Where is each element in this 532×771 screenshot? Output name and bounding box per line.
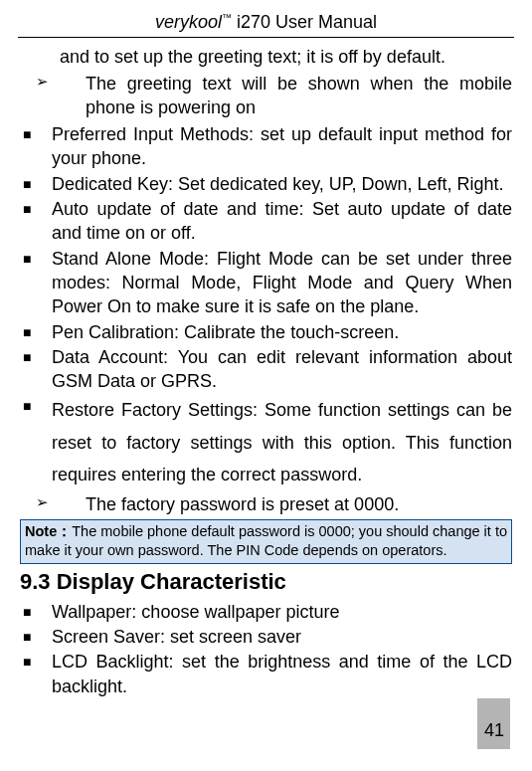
arrow-icon <box>36 492 86 516</box>
note-text: The mobile phone default password is 000… <box>25 523 507 559</box>
list-text: Restore Factory Settings: Some function … <box>52 394 512 490</box>
page-header: verykool™ i270 User Manual <box>18 10 514 38</box>
square-bullet-icon <box>20 394 52 490</box>
square-bullet-icon <box>20 247 52 319</box>
arrow-item: The greeting text will be shown when the… <box>20 72 512 120</box>
list-item: Stand Alone Mode: Flight Mode can be set… <box>20 247 512 319</box>
square-bullet-icon <box>20 625 52 649</box>
list-text: Auto update of date and time: Set auto u… <box>52 197 512 246</box>
list-item: Screen Saver: set screen saver <box>20 625 512 649</box>
list-item: Data Account: You can edit relevant info… <box>20 345 512 394</box>
square-bullet-icon <box>20 600 52 624</box>
list-text: Screen Saver: set screen saver <box>52 625 512 649</box>
list-text: LCD Backlight: set the brightness and ti… <box>52 650 512 698</box>
list-text: Pen Calibration: Calibrate the touch-scr… <box>52 320 512 344</box>
section-title: 9.3 Display Characteristic <box>20 567 512 597</box>
arrow-text: The factory password is preset at 0000. <box>86 492 512 516</box>
page-content: and to set up the greeting text; it is o… <box>18 45 514 698</box>
list-item: Wallpaper: choose wallpaper picture <box>20 600 512 624</box>
arrow-text: The greeting text will be shown when the… <box>86 72 512 120</box>
square-bullet-icon <box>20 172 52 196</box>
header-tm: ™ <box>222 12 232 23</box>
square-bullet-icon <box>20 345 52 394</box>
header-rest: i270 User Manual <box>232 12 377 32</box>
list-text: Data Account: You can edit relevant info… <box>52 345 512 394</box>
square-bullet-icon <box>20 650 52 698</box>
arrow-item: The factory password is preset at 0000. <box>20 492 512 516</box>
list-item: Pen Calibration: Calibrate the touch-scr… <box>20 320 512 344</box>
square-bullet-icon <box>20 320 52 344</box>
list-item: LCD Backlight: set the brightness and ti… <box>20 650 512 698</box>
note-box: Note：The mobile phone default password i… <box>20 519 512 564</box>
list-item: Preferred Input Methods: set up default … <box>20 122 512 171</box>
list-text: Dedicated Key: Set dedicated key, UP, Do… <box>52 172 512 196</box>
list-text: Preferred Input Methods: set up default … <box>52 122 512 171</box>
list-text: Stand Alone Mode: Flight Mode can be set… <box>52 247 512 319</box>
square-bullet-icon <box>20 122 52 171</box>
page-number: 41 <box>477 698 510 749</box>
list-item: Dedicated Key: Set dedicated key, UP, Do… <box>20 172 512 196</box>
list-text: Wallpaper: choose wallpaper picture <box>52 600 512 624</box>
square-bullet-icon <box>20 197 52 246</box>
list-item-restore: Restore Factory Settings: Some function … <box>20 394 512 490</box>
list-item: Auto update of date and time: Set auto u… <box>20 197 512 246</box>
header-brand: verykool <box>155 12 222 32</box>
note-label: Note： <box>25 523 72 539</box>
intro-line: and to set up the greeting text; it is o… <box>20 45 512 69</box>
arrow-icon <box>36 72 86 120</box>
